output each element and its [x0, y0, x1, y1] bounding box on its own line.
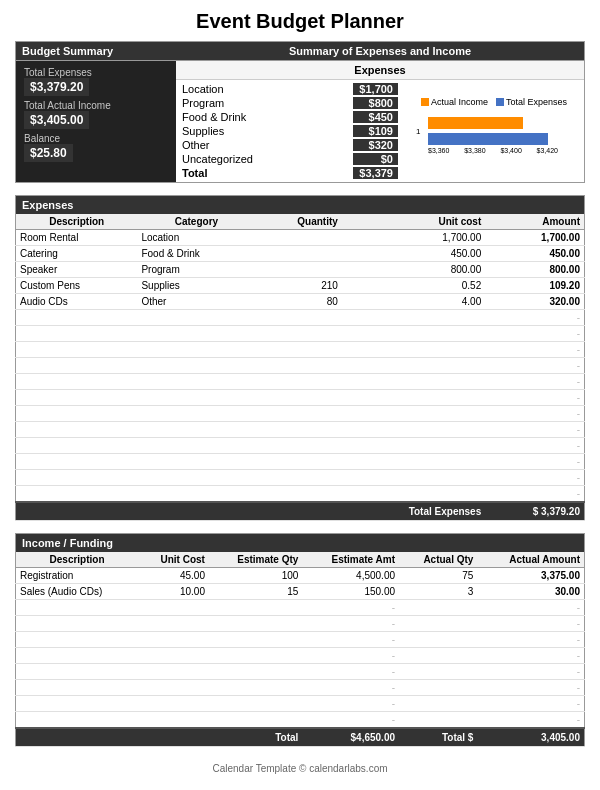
table-cell — [209, 664, 302, 680]
table-row: - — [16, 310, 585, 326]
table-cell: 320.00 — [485, 294, 584, 310]
table-cell — [16, 680, 139, 696]
summary-expense-row: Food & Drink$450 — [180, 110, 400, 124]
table-cell: - — [485, 406, 584, 422]
table-cell — [342, 406, 485, 422]
expenses-total-row: Total Expenses$ 3,379.20 — [16, 502, 585, 521]
table-cell: 75 — [399, 568, 477, 584]
table-cell — [138, 600, 209, 616]
table-cell: - — [485, 390, 584, 406]
expenses-table: Expenses Description Category Quantity U… — [15, 195, 585, 521]
table-cell — [255, 374, 341, 390]
table-cell — [137, 374, 255, 390]
table-cell: 4,500.00 — [302, 568, 399, 584]
table-cell — [255, 406, 341, 422]
table-cell: - — [302, 696, 399, 712]
table-row: -- — [16, 616, 585, 632]
summary-expense-label: Supplies — [182, 125, 224, 137]
summary-expense-value: $1,700 — [353, 83, 398, 95]
table-cell — [137, 470, 255, 486]
total-cell: $4,650.00 — [302, 728, 399, 747]
table-cell: - — [485, 486, 584, 503]
table-cell — [209, 696, 302, 712]
table-cell: 109.20 — [485, 278, 584, 294]
table-cell: - — [485, 470, 584, 486]
table-cell — [137, 422, 255, 438]
table-cell — [255, 246, 341, 262]
table-cell: Registration — [16, 568, 139, 584]
table-cell: - — [485, 422, 584, 438]
table-cell: - — [477, 648, 584, 664]
expenses-col-header-row: Description Category Quantity Unit cost … — [16, 214, 585, 230]
summary-expense-row: Other$320 — [180, 138, 400, 152]
table-cell — [137, 310, 255, 326]
income-col-est-qty: Estimate Qty — [209, 552, 302, 568]
total-cell — [16, 502, 138, 521]
table-cell — [16, 422, 138, 438]
chart-area: Actual Income Total Expenses 1 — [404, 80, 584, 182]
table-cell — [255, 390, 341, 406]
table-cell — [399, 696, 477, 712]
table-cell — [138, 648, 209, 664]
table-cell: 100 — [209, 568, 302, 584]
table-cell — [399, 616, 477, 632]
table-cell: - — [302, 664, 399, 680]
summary-header-left: Budget Summary — [16, 42, 176, 60]
table-cell: - — [477, 712, 584, 729]
table-cell: - — [302, 600, 399, 616]
table-row: -- — [16, 680, 585, 696]
table-cell: 0.52 — [342, 278, 485, 294]
chart-visual: 1 $3,360 $3,380 $3,400 $3,420 — [414, 111, 574, 166]
summary-expense-label: Location — [182, 83, 224, 95]
expenses-col-unit-cost: Unit cost — [342, 214, 485, 230]
expense-rows-area: Location$1,700Program$800Food & Drink$45… — [176, 80, 584, 182]
table-cell — [209, 600, 302, 616]
table-cell: - — [485, 374, 584, 390]
income-col-description: Description — [16, 552, 139, 568]
table-cell: 1,700.00 — [485, 230, 584, 246]
table-cell — [16, 342, 138, 358]
total-expenses-block: Total Expenses $3,379.20 — [24, 67, 168, 96]
table-cell — [16, 696, 139, 712]
income-col-est-amt: Estimate Amt — [302, 552, 399, 568]
summary-expense-label: Program — [182, 97, 224, 109]
summary-expense-value: $320 — [353, 139, 398, 151]
table-cell — [16, 326, 138, 342]
expenses-section-header-row: Expenses — [16, 196, 585, 215]
table-row: -- — [16, 600, 585, 616]
table-cell — [255, 486, 341, 503]
income-total-row: Total$4,650.00Total $3,405.00 — [16, 728, 585, 747]
total-income-block: Total Actual Income $3,405.00 — [24, 100, 168, 129]
table-cell — [16, 374, 138, 390]
table-row: -- — [16, 696, 585, 712]
table-cell: - — [302, 680, 399, 696]
table-cell: - — [477, 616, 584, 632]
table-cell: 800.00 — [342, 262, 485, 278]
table-cell: Audio CDs — [16, 294, 138, 310]
table-cell — [399, 664, 477, 680]
table-cell: 1,700.00 — [342, 230, 485, 246]
table-cell — [255, 454, 341, 470]
chart-bar-expenses — [428, 133, 548, 145]
table-cell: Other — [137, 294, 255, 310]
table-cell — [16, 664, 139, 680]
table-row: - — [16, 454, 585, 470]
budget-summary-section: Budget Summary Summary of Expenses and I… — [15, 41, 585, 183]
table-row: - — [16, 342, 585, 358]
table-row: - — [16, 406, 585, 422]
table-cell: 150.00 — [302, 584, 399, 600]
income-col-actual-qty: Actual Qty — [399, 552, 477, 568]
table-cell: - — [477, 600, 584, 616]
table-cell — [209, 680, 302, 696]
table-cell: - — [477, 680, 584, 696]
table-cell — [255, 326, 341, 342]
table-cell — [399, 632, 477, 648]
expenses-col-quantity: Quantity — [255, 214, 341, 230]
chart-bars — [428, 117, 574, 145]
summary-expense-label: Total — [182, 167, 207, 179]
expenses-col-amount: Amount — [485, 214, 584, 230]
table-cell — [137, 358, 255, 374]
table-row: - — [16, 486, 585, 503]
table-cell — [137, 390, 255, 406]
table-cell — [138, 712, 209, 729]
